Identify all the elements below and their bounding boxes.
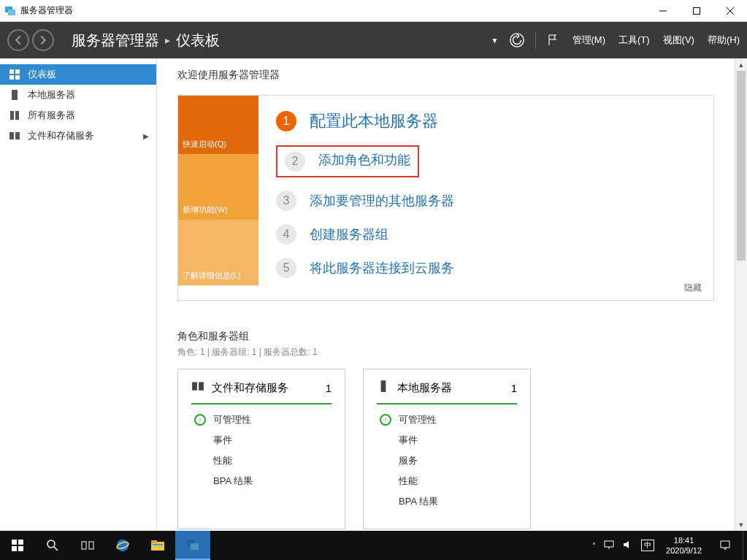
svg-rect-16 <box>192 382 197 390</box>
tile-row-bpa[interactable]: BPA 结果 <box>377 495 517 508</box>
quick-left-learnmore[interactable]: 了解详细信息(L) <box>178 220 258 285</box>
tile-row-label: 可管理性 <box>399 413 437 426</box>
start-button[interactable] <box>0 531 35 560</box>
flag-icon[interactable] <box>546 34 559 47</box>
svg-rect-21 <box>12 546 17 551</box>
tile-row-performance[interactable]: 性能 <box>191 454 332 467</box>
tile-row-events[interactable]: 事件 <box>191 434 332 447</box>
step-create-group[interactable]: 4 创建服务器组 <box>276 224 696 245</box>
scroll-thumb[interactable] <box>737 71 746 261</box>
scroll-up-icon[interactable]: ▲ <box>735 58 747 71</box>
refresh-button[interactable] <box>509 32 525 48</box>
maximize-button[interactable] <box>680 0 713 22</box>
task-view-button[interactable] <box>70 531 105 560</box>
clock-time: 18:41 <box>666 535 702 545</box>
svg-rect-26 <box>89 542 93 549</box>
sidebar: 仪表板 本地服务器 所有服务器 文件和存储服务 ▶ <box>0 58 157 531</box>
breadcrumb-page: 仪表板 <box>176 31 220 50</box>
tile-row-services[interactable]: 服务 <box>377 454 517 467</box>
svg-point-6 <box>510 34 523 47</box>
header-bar: 服务器管理器 ▸ 仪表板 ▼ 管理(M) 工具(T) 视图(V) 帮助(H) <box>0 22 747 58</box>
step-label: 添加角色和功能 <box>318 151 410 172</box>
tile-row-events[interactable]: 事件 <box>377 434 517 447</box>
server-icon <box>377 380 390 396</box>
menu-help[interactable]: 帮助(H) <box>708 34 740 47</box>
tray-chevron-up-icon[interactable]: ˄ <box>592 542 596 550</box>
quick-left-label: 快速启动(Q) <box>183 139 226 150</box>
taskbar-server-manager[interactable] <box>175 531 210 560</box>
tile-separator <box>191 403 332 404</box>
roles-subtitle: 角色: 1 | 服务器组: 1 | 服务器总数: 1 <box>177 346 714 358</box>
network-icon[interactable] <box>603 539 615 552</box>
tile-count: 1 <box>326 382 332 394</box>
sidebar-item-local-server[interactable]: 本地服务器 <box>0 85 156 105</box>
svg-rect-13 <box>15 111 19 120</box>
step-configure-local[interactable]: 1 配置此本地服务器 <box>276 110 696 132</box>
sidebar-item-dashboard[interactable]: 仪表板 <box>0 64 156 85</box>
svg-rect-17 <box>199 382 204 390</box>
svg-rect-14 <box>9 132 14 139</box>
show-desktop-button[interactable] <box>743 531 747 560</box>
tile-row-manageability[interactable]: ↑ 可管理性 <box>191 413 332 426</box>
tile-separator <box>377 403 517 404</box>
notifications-button[interactable] <box>708 531 743 560</box>
svg-rect-33 <box>191 543 199 550</box>
step-add-servers[interactable]: 3 添加要管理的其他服务器 <box>276 191 696 211</box>
svg-rect-12 <box>10 111 14 120</box>
taskbar-explorer[interactable] <box>140 531 175 560</box>
quick-left-whatsnew[interactable]: 新增功能(W) <box>178 154 258 220</box>
nav-forward-button[interactable] <box>32 29 54 51</box>
app-icon <box>4 5 16 17</box>
minimize-button[interactable] <box>646 0 680 22</box>
step-number-icon: 2 <box>285 151 305 172</box>
dropdown-caret-icon[interactable]: ▼ <box>491 37 499 45</box>
taskbar-clock[interactable]: 18:41 2020/9/12 <box>660 535 708 556</box>
step-number-icon: 5 <box>276 258 296 278</box>
sidebar-item-label: 所有服务器 <box>28 109 75 122</box>
svg-rect-1 <box>8 9 15 15</box>
volume-icon[interactable] <box>622 539 634 552</box>
tile-local-server[interactable]: 本地服务器 1 ↑ 可管理性 事件 服务 性能 BPA 结果 <box>363 369 531 529</box>
step-add-roles[interactable]: 2 添加角色和功能 <box>276 145 696 177</box>
svg-rect-30 <box>151 540 157 543</box>
sidebar-item-all-servers[interactable]: 所有服务器 <box>0 105 156 126</box>
menu-view[interactable]: 视图(V) <box>663 34 694 47</box>
server-icon <box>9 89 20 101</box>
menu-manage[interactable]: 管理(M) <box>572 34 606 47</box>
sidebar-item-label: 文件和存储服务 <box>28 129 94 142</box>
storage-icon <box>191 380 204 396</box>
scrollbar[interactable]: ▲ ▼ <box>735 58 747 531</box>
nav-back-button[interactable] <box>7 29 29 51</box>
tile-title: 文件和存储服务 <box>212 381 318 395</box>
menu-tools[interactable]: 工具(T) <box>618 34 650 47</box>
tile-row-label: 服务 <box>399 454 418 467</box>
svg-line-24 <box>54 547 58 551</box>
tile-row-label: 性能 <box>213 454 232 467</box>
tile-row-label: 可管理性 <box>213 413 251 426</box>
welcome-heading: 欢迎使用服务器管理器 <box>177 69 727 82</box>
tile-row-label: 事件 <box>399 434 418 447</box>
dashboard-icon <box>9 69 20 80</box>
tile-row-label: BPA 结果 <box>399 495 438 508</box>
sidebar-item-label: 仪表板 <box>28 68 56 81</box>
search-button[interactable] <box>35 531 70 560</box>
step-label: 创建服务器组 <box>310 226 388 243</box>
hide-link[interactable]: 隐藏 <box>684 282 702 294</box>
tile-file-storage[interactable]: 文件和存储服务 1 ↑ 可管理性 事件 性能 BPA 结果 <box>177 369 345 529</box>
tile-row-manageability[interactable]: ↑ 可管理性 <box>377 413 517 426</box>
taskbar-ie[interactable] <box>105 531 140 560</box>
quick-left-quickstart[interactable]: 快速启动(Q) <box>178 96 258 154</box>
step-connect-cloud[interactable]: 5 将此服务器连接到云服务 <box>276 258 696 278</box>
roles-heading: 角色和服务器组 <box>177 330 714 343</box>
arrow-up-circle-icon: ↑ <box>194 414 206 426</box>
quick-start-block: 快速启动(Q) 新增功能(W) 了解详细信息(L) 1 配置此本地服务器 2 添… <box>177 95 714 301</box>
close-button[interactable] <box>713 0 747 22</box>
step-label: 将此服务器连接到云服务 <box>310 259 454 277</box>
sidebar-item-file-storage[interactable]: 文件和存储服务 ▶ <box>0 126 156 146</box>
ime-indicator[interactable]: 中 <box>641 540 654 551</box>
tile-title: 本地服务器 <box>397 381 504 395</box>
scroll-down-icon[interactable]: ▼ <box>735 518 747 531</box>
tile-row-performance[interactable]: 性能 <box>377 475 517 488</box>
tile-row-label: 事件 <box>213 434 232 447</box>
tile-row-bpa[interactable]: BPA 结果 <box>191 475 332 488</box>
